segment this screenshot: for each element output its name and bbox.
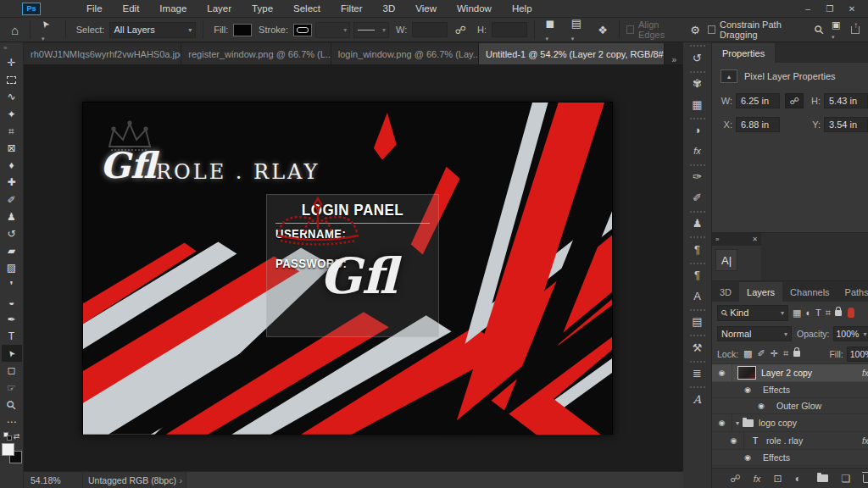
close-icon[interactable]: ✕ bbox=[752, 236, 758, 243]
filter-type-icon[interactable]: T bbox=[815, 308, 821, 318]
select-mode-dropdown[interactable]: All Layers ▾ bbox=[109, 22, 196, 38]
menu-window[interactable]: Window bbox=[447, 2, 502, 15]
fx-icon[interactable]: fx bbox=[862, 369, 868, 378]
pen-tool[interactable]: ✒ bbox=[2, 311, 22, 328]
lock-all-icon[interactable] bbox=[793, 351, 800, 357]
width-input[interactable] bbox=[412, 22, 448, 37]
search-icon[interactable]: ⚲ bbox=[811, 22, 827, 38]
swap-colors-icon[interactable]: ⇄ bbox=[14, 432, 20, 441]
lock-transparent-icon[interactable]: ▩ bbox=[743, 348, 752, 359]
patterns-panel-icon[interactable]: ▦ bbox=[685, 94, 710, 115]
new-layer-icon[interactable]: ❏ bbox=[841, 473, 850, 485]
character-panel-icon[interactable]: A| bbox=[715, 249, 737, 271]
gradient-tool[interactable]: ▨ bbox=[2, 259, 22, 276]
filter-toggle-icon[interactable] bbox=[848, 308, 854, 318]
crop-tool[interactable]: ⌗ bbox=[2, 123, 22, 140]
clone-stamp-tool[interactable]: ♟ bbox=[2, 208, 22, 225]
tab-document-2[interactable]: register_window.png @ 66.7% (L...✕ bbox=[181, 43, 331, 64]
filter-pixel-icon[interactable]: ▦ bbox=[793, 308, 801, 319]
minimize-button[interactable]: – bbox=[797, 3, 819, 14]
layer-row-outer-glow[interactable]: ◉ Outer Glow bbox=[712, 466, 868, 468]
eye-icon[interactable]: ◉ bbox=[737, 382, 758, 397]
fill-dropdown[interactable]: 100% ▾ bbox=[847, 347, 868, 362]
prop-w-field[interactable]: 6.25 in bbox=[736, 93, 780, 108]
new-group-icon[interactable] bbox=[817, 474, 828, 482]
lock-pixels-icon[interactable]: ✐ bbox=[758, 348, 765, 359]
adjustments-panel-icon[interactable]: ◑ bbox=[685, 120, 710, 141]
paragraph-styles-panel-icon[interactable]: ¶ bbox=[685, 265, 710, 286]
marquee-tool[interactable] bbox=[2, 71, 22, 88]
hand-tool[interactable]: ☞ bbox=[2, 380, 22, 396]
layer-row-outer-glow[interactable]: ◉ Outer Glow bbox=[712, 398, 868, 414]
path-arrangement-icon[interactable]: ❖ bbox=[593, 24, 612, 36]
path-selection-tool[interactable]: ➤ bbox=[2, 345, 22, 362]
paragraph-panel-icon[interactable]: ¶ bbox=[685, 239, 710, 260]
frame-tool[interactable]: ⊠ bbox=[2, 140, 22, 157]
layer-row-effects[interactable]: ◉ Effects bbox=[712, 382, 868, 398]
layer-style-icon[interactable]: fx bbox=[754, 474, 761, 484]
layer-row-role-rlay[interactable]: ◉ T role . rlay fx∧ bbox=[712, 432, 868, 450]
opacity-dropdown[interactable]: 100% ▾ bbox=[833, 326, 868, 341]
menu-filter[interactable]: Filter bbox=[331, 2, 373, 15]
eraser-tool[interactable]: ▰ bbox=[2, 242, 22, 259]
tab-paths[interactable]: Paths bbox=[837, 282, 868, 302]
tab-document-3[interactable]: login_window.png @ 66.7% (Lay...✕ bbox=[331, 43, 479, 64]
history-brush-tool[interactable]: ↺ bbox=[2, 225, 22, 242]
brush-settings-panel-icon[interactable]: ✑ bbox=[685, 167, 710, 188]
filter-adjustment-icon[interactable]: ◐ bbox=[805, 308, 811, 318]
layer-mask-icon[interactable]: ⊡ bbox=[773, 473, 782, 485]
menu-edit[interactable]: Edit bbox=[113, 2, 150, 15]
document-info-field[interactable]: Untagged RGB (8bpc) › bbox=[83, 472, 186, 488]
constrain-path-checkbox[interactable]: Constrain Path Dragging bbox=[708, 19, 811, 40]
history-panel-icon[interactable]: ↺ bbox=[685, 47, 710, 69]
eye-icon[interactable]: ◉ bbox=[751, 398, 771, 413]
menu-layer[interactable]: Layer bbox=[197, 2, 242, 15]
chevron-right-icon[interactable]: › bbox=[180, 475, 183, 485]
home-icon[interactable]: ⌂ bbox=[7, 23, 23, 37]
move-tool[interactable]: ✛ bbox=[2, 54, 22, 71]
gear-icon[interactable]: ⚙ bbox=[686, 24, 704, 36]
eye-icon[interactable]: ◉ bbox=[712, 414, 732, 431]
tab-layers[interactable]: Layers bbox=[739, 282, 782, 302]
tab-document-4-active[interactable]: Untitled-1 @ 54.2% (Layer 2 copy, RGB/8#… bbox=[479, 43, 665, 64]
quick-selection-tool[interactable]: ✦ bbox=[2, 106, 22, 123]
height-input[interactable] bbox=[492, 22, 527, 37]
layer-thumbnail[interactable] bbox=[737, 366, 756, 380]
menu-select[interactable]: Select bbox=[283, 2, 331, 15]
tab-overflow-icon[interactable]: » bbox=[665, 55, 683, 64]
notes-panel-icon[interactable]: ▤ bbox=[685, 312, 710, 333]
swatches-panel-icon[interactable]: ✾ bbox=[685, 74, 710, 95]
shape-tool[interactable]: ◻ bbox=[2, 362, 22, 379]
workspace-switcher-icon[interactable]: ▣ ▾ bbox=[832, 19, 843, 41]
layer-row-logo-copy-group[interactable]: ◉ ▾ logo copy bbox=[712, 414, 868, 432]
eye-icon[interactable]: ◉ bbox=[751, 466, 771, 468]
brushes-panel-icon[interactable]: ✐ bbox=[685, 187, 710, 208]
brush-tool[interactable]: ✐ bbox=[2, 191, 22, 208]
menu-help[interactable]: Help bbox=[502, 2, 542, 15]
zoom-level-field[interactable]: 54.18% bbox=[24, 472, 83, 488]
filter-shape-icon[interactable]: ⌗ bbox=[826, 308, 831, 319]
tab-document-1[interactable]: rh0WJ1NMIqs6wyrhf2vwHAHS0a.jpg✕ bbox=[24, 43, 181, 64]
tab-3d[interactable]: 3D bbox=[712, 282, 739, 302]
prop-y-field[interactable]: 3.54 in bbox=[824, 117, 868, 132]
dodge-tool[interactable]: ◒ bbox=[2, 294, 22, 311]
eye-icon[interactable]: ◉ bbox=[737, 450, 758, 465]
layer-row-layer2copy[interactable]: ◉ Layer 2 copy fx∧ bbox=[712, 364, 868, 382]
share-icon[interactable] bbox=[851, 26, 860, 34]
healing-brush-tool[interactable]: ✚ bbox=[2, 174, 22, 191]
adjustment-layer-icon[interactable]: ◐ bbox=[795, 473, 801, 485]
link-dimensions-icon[interactable]: ☍ bbox=[785, 93, 804, 108]
styles-panel-icon[interactable]: fx bbox=[685, 141, 710, 162]
toolbar-collapse-icon[interactable]: » bbox=[0, 42, 10, 54]
menu-type[interactable]: Type bbox=[242, 2, 283, 15]
layer-row-effects[interactable]: ◉ Effects bbox=[712, 450, 868, 466]
prop-x-field[interactable]: 6.88 in bbox=[736, 117, 780, 132]
disclosure-icon[interactable]: ▾ bbox=[736, 419, 739, 427]
lasso-tool[interactable]: ∿ bbox=[2, 88, 22, 105]
eye-icon[interactable]: ◉ bbox=[724, 432, 744, 449]
menu-image[interactable]: Image bbox=[149, 2, 197, 15]
path-alignment-icon[interactable]: ▤ ▾ bbox=[567, 17, 590, 42]
lock-artboard-icon[interactable]: ⌗ bbox=[783, 348, 788, 359]
blend-mode-dropdown[interactable]: Normal ▾ bbox=[717, 326, 792, 341]
link-dimensions-icon[interactable]: ☍ bbox=[451, 24, 470, 36]
